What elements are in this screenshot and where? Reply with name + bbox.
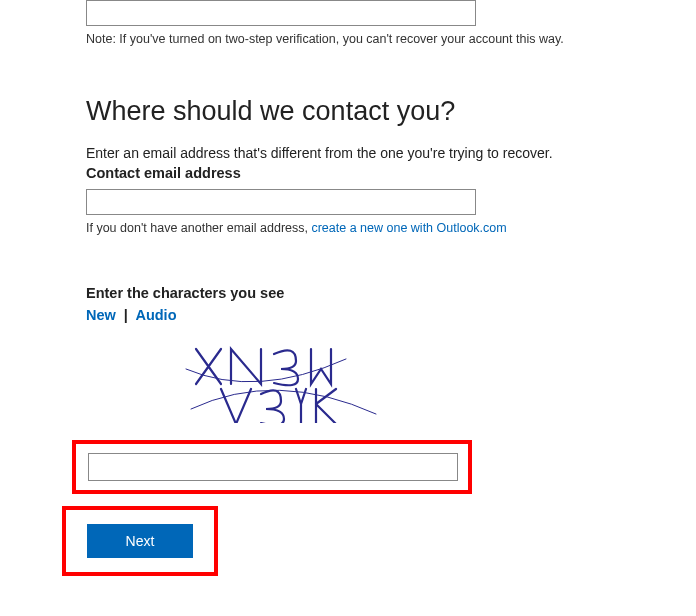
- captcha-links: New | Audio: [86, 307, 676, 323]
- captcha-input-highlight: [72, 440, 472, 494]
- captcha-audio-link[interactable]: Audio: [135, 307, 176, 323]
- captcha-input[interactable]: [88, 453, 458, 481]
- prior-input: [86, 0, 476, 26]
- captcha-label: Enter the characters you see: [86, 285, 676, 301]
- help-text: If you don't have another email address,…: [86, 221, 676, 235]
- captcha-image: [176, 339, 386, 423]
- next-button-highlight: Next: [62, 506, 218, 576]
- contact-email-label: Contact email address: [86, 165, 676, 181]
- next-button[interactable]: Next: [87, 524, 193, 558]
- help-prefix: If you don't have another email address,: [86, 221, 311, 235]
- captcha-new-link[interactable]: New: [86, 307, 116, 323]
- contact-email-input[interactable]: [86, 189, 476, 215]
- create-outlook-link[interactable]: create a new one with Outlook.com: [311, 221, 506, 235]
- captcha-separator: |: [124, 307, 128, 323]
- two-step-note: Note: If you've turned on two-step verif…: [86, 32, 676, 46]
- page-title: Where should we contact you?: [86, 96, 676, 127]
- contact-instruction: Enter an email address that's different …: [86, 145, 676, 161]
